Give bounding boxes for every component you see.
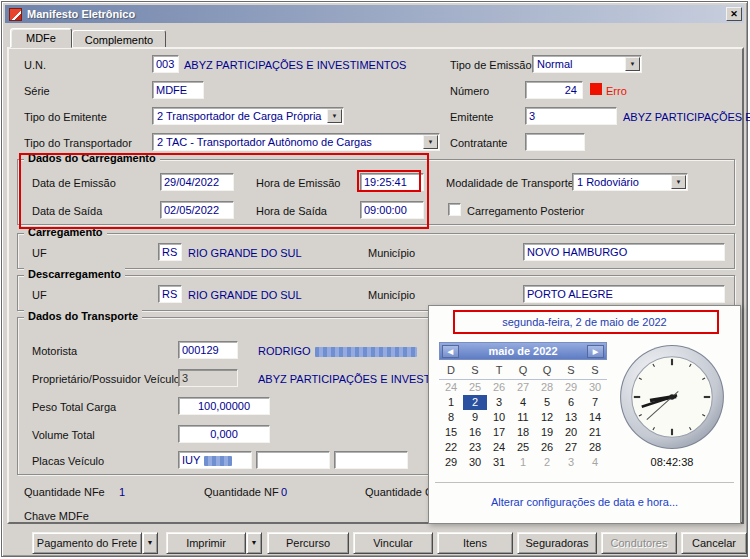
calendar-day[interactable]: 28 xyxy=(535,380,559,395)
serie-field[interactable]: MDFE xyxy=(152,81,204,99)
calendar-day[interactable]: 10 xyxy=(487,410,511,425)
calendar-day[interactable]: 19 xyxy=(535,425,559,440)
carregamento-municipio-field[interactable]: NOVO HAMBURGO xyxy=(523,243,725,261)
calendar-day[interactable]: 27 xyxy=(559,440,583,455)
calendar-day[interactable]: 5 xyxy=(535,395,559,410)
carregamento-uf-field[interactable]: RS xyxy=(158,243,182,261)
percurso-button[interactable]: Percurso xyxy=(267,532,349,554)
imprimir-dropdown-icon[interactable]: ▼ xyxy=(246,532,262,554)
qtd-nfe-value: 1 xyxy=(119,486,125,498)
calendar-day[interactable]: 30 xyxy=(463,455,487,470)
volume-field[interactable]: 0,000 xyxy=(178,425,270,443)
tab-complemento[interactable]: Complemento xyxy=(72,30,166,48)
calendar-day[interactable]: 1 xyxy=(511,455,535,470)
close-icon[interactable]: ✕ xyxy=(726,7,742,21)
chevron-down-icon[interactable]: ▼ xyxy=(327,109,342,123)
calendar-day[interactable]: 8 xyxy=(439,410,463,425)
tipo-transportador-combo[interactable]: 2 TAC - Transportador Autônomo de Cargas… xyxy=(152,133,440,151)
calendar-day[interactable]: 9 xyxy=(463,410,487,425)
calendar-day[interactable]: 1 xyxy=(439,395,463,410)
calendar-day[interactable]: 22 xyxy=(439,440,463,455)
vincular-button[interactable]: Vincular xyxy=(353,532,433,554)
calendar-day[interactable]: 3 xyxy=(487,395,511,410)
chevron-down-icon[interactable]: ▼ xyxy=(671,175,686,189)
placa-field-2[interactable] xyxy=(256,451,330,469)
qtd-nfe-label: Quantidade NFe xyxy=(24,486,105,498)
descarregamento-municipio-field[interactable]: PORTO ALEGRE xyxy=(523,285,725,303)
calendar-day[interactable]: 24 xyxy=(439,380,463,395)
motorista-code-field[interactable]: 000129 xyxy=(178,341,238,359)
calendar-day[interactable]: 28 xyxy=(583,440,607,455)
app-icon[interactable] xyxy=(9,8,22,21)
tipo-emissao-label: Tipo de Emissão xyxy=(450,59,532,71)
cancelar-button[interactable]: Cancelar xyxy=(681,532,747,554)
calendar-day[interactable]: 4 xyxy=(583,455,607,470)
peso-field[interactable]: 100,00000 xyxy=(178,397,270,415)
tipo-emitente-combo[interactable]: 2 Transportador de Carga Própria ▼ xyxy=(152,107,344,125)
calendar-day[interactable]: 29 xyxy=(559,380,583,395)
calendar-dow: Q xyxy=(535,363,559,378)
calendar-day[interactable]: 31 xyxy=(487,455,511,470)
pagamento-frete-dropdown-icon[interactable]: ▼ xyxy=(142,532,158,554)
placa-field-3[interactable] xyxy=(334,451,408,469)
tipo-emissao-combo[interactable]: Normal ▼ xyxy=(532,55,642,73)
calendar-day[interactable]: 18 xyxy=(511,425,535,440)
titlebar[interactable]: Manifesto Eletrônico ✕ xyxy=(5,5,744,23)
calendar-day[interactable]: 23 xyxy=(463,440,487,455)
next-month-icon[interactable]: ▶ xyxy=(587,345,604,358)
hora-emissao-field[interactable]: 19:25:41 xyxy=(360,173,424,191)
calendar-day[interactable]: 17 xyxy=(487,425,511,440)
calendar-day[interactable]: 4 xyxy=(511,395,535,410)
calendar-day[interactable]: 29 xyxy=(439,455,463,470)
calendar-day[interactable]: 30 xyxy=(583,380,607,395)
calendar-day[interactable]: 2 xyxy=(535,455,559,470)
calendar-day[interactable]: 11 xyxy=(511,410,535,425)
calendar-dow: T xyxy=(487,363,511,378)
calendar-day[interactable]: 24 xyxy=(487,440,511,455)
tipo-emitente-label: Tipo do Emitente xyxy=(24,111,107,123)
volume-label: Volume Total xyxy=(32,429,95,441)
calendar-day[interactable]: 27 xyxy=(511,380,535,395)
hora-saida-field[interactable]: 09:00:00 xyxy=(360,201,424,219)
condutores-button: Condutores xyxy=(601,532,677,554)
calendar-day[interactable]: 2 xyxy=(463,395,487,410)
calendar-day[interactable]: 21 xyxy=(583,425,607,440)
calendar-day[interactable]: 13 xyxy=(559,410,583,425)
calendar-day[interactable]: 15 xyxy=(439,425,463,440)
chevron-down-icon[interactable]: ▼ xyxy=(423,135,438,149)
un-code-field[interactable]: 003 xyxy=(152,55,179,73)
calendar-day[interactable]: 20 xyxy=(559,425,583,440)
hora-emissao-label: Hora de Emissão xyxy=(256,177,340,189)
carregamento-posterior-checkbox[interactable] xyxy=(448,203,461,216)
calendar-dow: S xyxy=(559,363,583,378)
numero-field[interactable]: 24 xyxy=(525,81,583,99)
pagamento-frete-button[interactable]: Pagamento do Frete xyxy=(32,532,142,554)
change-datetime-link[interactable]: Alterar configurações de data e hora... xyxy=(429,496,740,508)
placa-field-1[interactable]: IUY xyxy=(178,451,252,469)
chevron-down-icon[interactable]: ▼ xyxy=(625,57,640,71)
descarregamento-title: Descarregamento xyxy=(24,268,125,280)
tab-mdfe[interactable]: MDFe xyxy=(10,28,72,48)
calendar-day[interactable]: 3 xyxy=(559,455,583,470)
data-saida-field[interactable]: 02/05/2022 xyxy=(160,201,234,219)
calendar-day[interactable]: 26 xyxy=(535,440,559,455)
calendar-day[interactable]: 14 xyxy=(583,410,607,425)
itens-button[interactable]: Itens xyxy=(437,532,513,554)
tipo-transportador-value: 2 TAC - Transportador Autônomo de Cargas xyxy=(157,136,372,148)
emitente-code-field[interactable]: 3 xyxy=(525,107,617,125)
proprietario-label: Proprietário/Possuidor Veículo xyxy=(32,373,180,385)
descarregamento-uf-field[interactable]: RS xyxy=(158,285,182,303)
calendar-day[interactable]: 26 xyxy=(487,380,511,395)
modalidade-combo[interactable]: 1 Rodoviário ▼ xyxy=(572,173,688,191)
imprimir-button[interactable]: Imprimir xyxy=(166,532,246,554)
calendar-day[interactable]: 7 xyxy=(583,395,607,410)
contratante-field[interactable] xyxy=(525,133,585,151)
calendar-day[interactable]: 6 xyxy=(559,395,583,410)
calendar-day[interactable]: 16 xyxy=(463,425,487,440)
seguradoras-button[interactable]: Seguradoras xyxy=(517,532,597,554)
data-emissao-field[interactable]: 29/04/2022 xyxy=(160,173,234,191)
calendar-day[interactable]: 25 xyxy=(511,440,535,455)
calendar-day[interactable]: 25 xyxy=(463,380,487,395)
calendar-day[interactable]: 12 xyxy=(535,410,559,425)
prev-month-icon[interactable]: ◀ xyxy=(442,345,459,358)
